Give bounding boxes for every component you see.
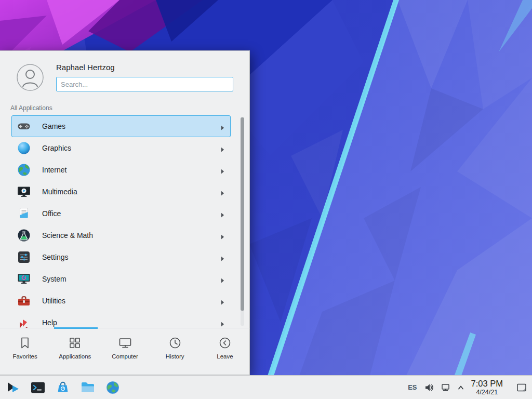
submenu-arrow-icon xyxy=(221,276,224,283)
toolbox-icon xyxy=(17,294,31,308)
computer-icon xyxy=(118,336,132,350)
category-graphics[interactable]: Graphics xyxy=(11,137,231,159)
application-launcher-menu: Raphael Hertzog All Applications Game xyxy=(0,50,250,375)
clock-date: 4/24/21 xyxy=(471,389,503,396)
grid-icon xyxy=(68,336,82,350)
tab-label: Computer xyxy=(112,353,138,360)
active-tab-indicator xyxy=(54,327,98,329)
system-monitor-icon xyxy=(17,272,31,286)
tab-history[interactable]: History xyxy=(150,328,200,375)
folder-icon xyxy=(80,380,96,395)
monitor-play-icon xyxy=(17,184,31,199)
category-help[interactable]: Help xyxy=(11,312,231,328)
terminal-button[interactable] xyxy=(28,378,48,397)
tab-bar: Favorites Applications Computer xyxy=(0,328,250,375)
category-list: Games Graphics xyxy=(0,115,250,328)
user-name: Raphael Hertzog xyxy=(56,63,115,72)
submenu-arrow-icon xyxy=(221,189,224,195)
category-multimedia[interactable]: Multimedia xyxy=(11,181,231,203)
tab-computer[interactable]: Computer xyxy=(100,328,150,375)
category-internet[interactable]: Internet xyxy=(11,159,231,181)
category-settings[interactable]: Settings xyxy=(11,246,231,268)
tab-label: History xyxy=(166,353,184,360)
digital-clock[interactable]: 7:03 PM 4/24/21 xyxy=(471,379,503,396)
tab-label: Favorites xyxy=(12,353,37,360)
section-label: All Applications xyxy=(10,104,52,112)
sliders-icon xyxy=(17,250,31,264)
tab-label: Applications xyxy=(59,353,91,360)
category-label: Utilities xyxy=(42,297,65,305)
terminal-icon xyxy=(30,380,46,395)
category-system[interactable]: System xyxy=(11,268,231,290)
submenu-arrow-icon xyxy=(221,145,224,152)
gamepad-icon xyxy=(17,119,31,134)
avatar xyxy=(17,64,44,91)
category-science-math[interactable]: Science & Math xyxy=(11,224,231,246)
software-center-button[interactable] xyxy=(53,378,73,397)
scrollbar-thumb[interactable] xyxy=(241,117,244,311)
submenu-arrow-icon xyxy=(221,211,224,217)
clock-time: 7:03 PM xyxy=(471,379,503,389)
category-games[interactable]: Games xyxy=(11,115,231,137)
submenu-arrow-icon xyxy=(221,320,224,326)
system-tray: ES 7:03 PM 4/24/21 xyxy=(408,379,532,396)
search-input[interactable] xyxy=(56,77,233,91)
keyboard-layout-indicator[interactable]: ES xyxy=(408,383,417,391)
submenu-arrow-icon xyxy=(221,124,224,130)
tab-leave[interactable]: Leave xyxy=(200,328,250,375)
software-center-icon xyxy=(55,380,71,395)
submenu-arrow-icon xyxy=(221,298,224,304)
submenu-arrow-icon xyxy=(221,233,224,239)
web-browser-globe-icon xyxy=(105,380,121,395)
web-browser-button[interactable] xyxy=(103,378,123,397)
taskbar-launchers xyxy=(0,378,123,397)
category-label: Settings xyxy=(42,253,69,261)
file-manager-button[interactable] xyxy=(78,378,98,397)
submenu-arrow-icon xyxy=(221,255,224,261)
show-desktop-icon[interactable] xyxy=(516,383,527,392)
category-label: Graphics xyxy=(42,144,71,152)
launcher-icon xyxy=(5,380,21,395)
application-launcher-button[interactable] xyxy=(3,378,23,397)
flask-icon xyxy=(17,228,31,243)
scrollbar-track[interactable] xyxy=(241,117,244,326)
tab-label: Leave xyxy=(217,353,233,360)
category-office[interactable]: Office xyxy=(11,203,231,224)
tab-applications[interactable]: Applications xyxy=(50,328,100,375)
clock-icon xyxy=(168,336,182,350)
taskbar: ES 7:03 PM 4/24/21 xyxy=(0,375,532,399)
help-arrows-icon xyxy=(17,315,31,328)
category-label: Science & Math xyxy=(42,231,93,240)
category-label: Help xyxy=(42,318,57,327)
submenu-arrow-icon xyxy=(221,167,224,174)
bookmark-icon xyxy=(18,336,32,350)
category-utilities[interactable]: Utilities xyxy=(11,290,231,312)
leave-icon xyxy=(218,336,232,350)
category-label: Internet xyxy=(42,166,66,174)
category-label: Multimedia xyxy=(42,188,77,196)
tab-favorites[interactable]: Favorites xyxy=(0,328,50,375)
globe-icon xyxy=(17,163,31,177)
volume-icon[interactable] xyxy=(424,383,434,392)
desktop: Raphael Hertzog All Applications Game xyxy=(0,0,532,399)
graphics-sphere-icon xyxy=(17,141,31,155)
category-label: Games xyxy=(42,122,65,130)
category-label: System xyxy=(42,275,66,283)
chevron-up-icon[interactable] xyxy=(458,385,464,390)
category-label: Office xyxy=(42,209,61,218)
network-icon[interactable] xyxy=(441,383,450,392)
document-icon xyxy=(17,206,31,221)
